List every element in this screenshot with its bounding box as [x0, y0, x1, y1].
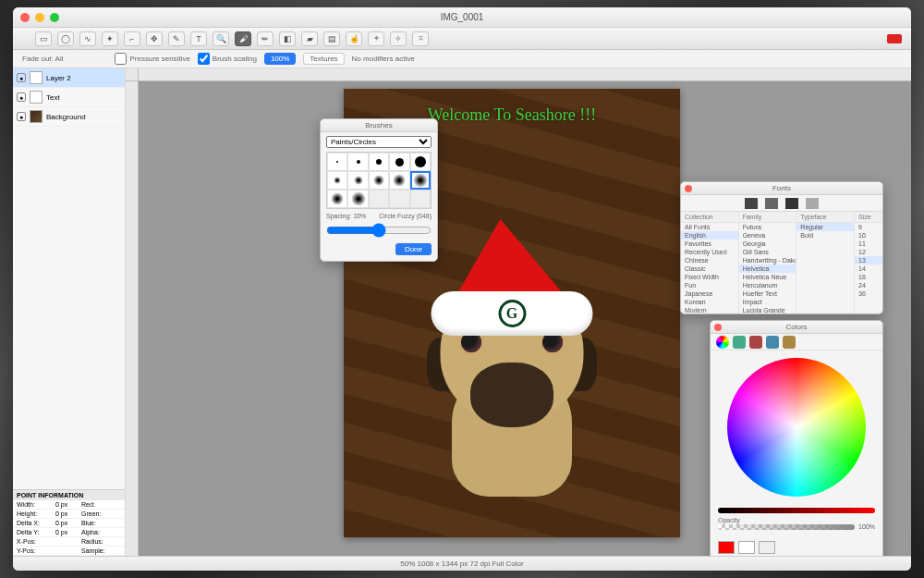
tool-rect-select[interactable]: ▭	[35, 31, 52, 46]
tool-brush[interactable]: 🖌	[235, 31, 251, 46]
swatch-slot[interactable]	[738, 541, 755, 554]
list-item[interactable]: 10	[855, 231, 882, 240]
brush-scaling-checkbox[interactable]: Brush scaling	[198, 53, 257, 65]
list-item[interactable]: Lucida Grande	[739, 306, 796, 314]
list-item[interactable]: Modern	[681, 306, 738, 314]
brush-preset[interactable]	[327, 190, 347, 208]
brush-preset[interactable]	[347, 190, 368, 208]
brush-preset[interactable]	[410, 171, 431, 190]
color-wheel[interactable]	[727, 358, 866, 497]
list-item[interactable]: Handwriting - Dako	[739, 256, 796, 264]
brush-done-button[interactable]: Done	[395, 243, 432, 255]
close-icon[interactable]	[714, 324, 722, 331]
list-item[interactable]: Bold	[796, 231, 854, 240]
brush-preset[interactable]	[347, 153, 368, 171]
list-item[interactable]: Korean	[681, 298, 738, 306]
list-item[interactable]: All Fonts	[681, 223, 738, 231]
bgcolor-icon[interactable]	[806, 198, 819, 209]
tool-effect[interactable]: ✧	[390, 31, 407, 46]
layer-name: Text	[46, 93, 60, 102]
current-color-swatch[interactable]	[718, 541, 735, 554]
opacity-slider[interactable]	[718, 524, 855, 530]
layer-row[interactable]: ● Text	[13, 88, 125, 107]
tool-clone[interactable]: ⌖	[368, 31, 384, 46]
strike-icon[interactable]	[765, 198, 778, 209]
brush-preset[interactable]	[327, 171, 347, 190]
tool-crop[interactable]: ⌐	[124, 31, 140, 46]
brush-preset[interactable]	[410, 153, 431, 171]
list-item[interactable]: 14	[855, 264, 882, 273]
tool-move[interactable]: ✥	[146, 31, 163, 46]
brush-preset[interactable]	[389, 171, 409, 190]
layer-row[interactable]: ● Layer 2	[13, 68, 125, 88]
textures-button[interactable]: Textures	[303, 53, 344, 65]
visibility-icon[interactable]: ●	[17, 112, 26, 121]
list-item[interactable]: Gill Sans	[739, 248, 796, 256]
list-item[interactable]: Helvetica Neue	[739, 273, 796, 281]
eyedropper-icon[interactable]	[759, 541, 775, 554]
tool-position[interactable]: ⌗	[412, 31, 429, 46]
tool-text[interactable]: T	[190, 31, 207, 46]
close-window[interactable]	[20, 13, 30, 22]
list-item[interactable]: Herculanum	[739, 281, 796, 289]
tool-ellipse-select[interactable]: ◯	[57, 31, 74, 46]
list-item[interactable]: 18	[855, 273, 882, 281]
tool-pencil[interactable]: ✏	[257, 31, 274, 46]
crayons-mode-icon[interactable]	[783, 336, 796, 349]
zoom-window[interactable]	[50, 13, 59, 22]
list-item[interactable]: Fixed Width	[681, 273, 738, 281]
brush-preset[interactable]	[389, 153, 409, 171]
list-item[interactable]: Favorites	[681, 240, 738, 248]
list-item[interactable]: Helvetica	[739, 264, 796, 273]
list-item[interactable]: 13	[855, 256, 882, 264]
tool-eyedropper[interactable]: ✎	[168, 31, 185, 46]
size-column: Size 9 10 11 12 13 14 18 24 36	[855, 212, 882, 314]
status-text: 50% 1008 x 1344 px 72 dpi Full Color	[400, 560, 523, 568]
tool-gradient[interactable]: ▤	[323, 31, 340, 46]
sliders-mode-icon[interactable]	[733, 336, 746, 349]
scaling-segment[interactable]: 100%	[264, 53, 296, 65]
pressure-checkbox[interactable]: Pressure sensitive	[115, 53, 189, 65]
list-item[interactable]: Hoefler Text	[739, 289, 796, 298]
palette-mode-icon[interactable]	[749, 336, 762, 349]
list-item[interactable]: Georgia	[739, 240, 796, 248]
brush-spacing-slider[interactable]	[326, 223, 432, 238]
color-icon[interactable]	[785, 198, 798, 209]
underline-icon[interactable]	[745, 198, 758, 209]
list-item[interactable]: Futura	[739, 223, 796, 231]
list-item[interactable]: 36	[855, 289, 882, 298]
visibility-icon[interactable]: ●	[17, 92, 26, 102]
wheel-mode-icon[interactable]	[716, 336, 729, 349]
list-item[interactable]: 9	[855, 223, 882, 231]
brush-preset[interactable]	[369, 171, 389, 190]
list-item[interactable]: English	[681, 231, 738, 240]
tool-lasso[interactable]: ∿	[79, 31, 96, 46]
list-item[interactable]: Regular	[796, 223, 854, 231]
list-item[interactable]: Impact	[739, 298, 796, 306]
traffic-lights	[20, 13, 59, 22]
spectrum-mode-icon[interactable]	[766, 336, 779, 349]
tool-eraser[interactable]: ◧	[279, 31, 296, 46]
visibility-icon[interactable]: ●	[17, 73, 26, 82]
tool-wand[interactable]: ✦	[102, 31, 118, 46]
list-item[interactable]: Japanese	[681, 289, 738, 298]
brightness-slider[interactable]	[718, 508, 875, 513]
list-item[interactable]: 24	[855, 281, 882, 289]
list-item[interactable]: Geneva	[739, 231, 796, 240]
brush-preset[interactable]	[347, 171, 368, 190]
tool-zoom[interactable]: 🔍	[213, 31, 229, 46]
brush-preset[interactable]	[369, 153, 389, 171]
list-item[interactable]: 11	[855, 240, 882, 248]
minimize-window[interactable]	[35, 13, 44, 22]
list-item[interactable]: Classic	[681, 264, 738, 273]
tool-smudge[interactable]: ☝	[346, 31, 362, 46]
list-item[interactable]: Fun	[681, 281, 738, 289]
layer-row[interactable]: ● Background	[13, 107, 125, 127]
close-icon[interactable]	[685, 185, 692, 192]
tool-bucket[interactable]: ▰	[301, 31, 318, 46]
brush-group-select[interactable]: Paints/Circles	[326, 136, 432, 148]
list-item[interactable]: 12	[855, 248, 882, 256]
brush-preset[interactable]	[327, 153, 347, 171]
list-item[interactable]: Recently Used	[681, 248, 738, 256]
list-item[interactable]: Chinese	[681, 256, 738, 264]
